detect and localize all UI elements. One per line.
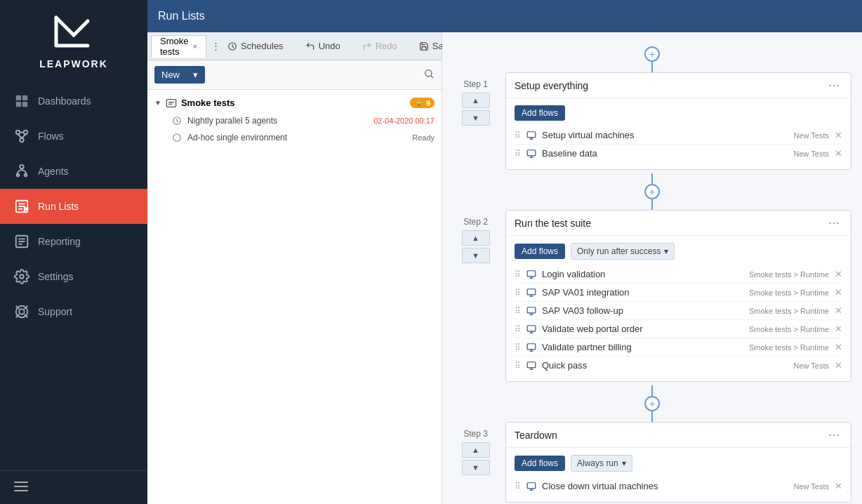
new-btn[interactable]: New ▾ xyxy=(154,66,205,84)
svg-line-9 xyxy=(22,134,26,138)
flow-remove-validate-billing[interactable]: ✕ xyxy=(835,342,842,352)
step-3-condition[interactable]: Always run ▾ xyxy=(571,455,632,472)
flow-tag-sap-va03: Smoke tests > Runtime xyxy=(749,307,829,315)
tree-area: ▼ Smoke tests 🔒 9 Nightly parallel 5 xyxy=(147,90,442,504)
svg-rect-2 xyxy=(16,102,21,107)
flow-name-sap-va01: SAP VA01 integration xyxy=(542,287,743,298)
tab-more-btn[interactable]: ⋮ xyxy=(211,41,220,51)
flow-remove-quick-pass[interactable]: ✕ xyxy=(835,360,842,371)
step-2-add-flows-btn[interactable]: Add flows xyxy=(515,244,565,259)
sidebar-item-flows[interactable]: Flows xyxy=(0,119,147,154)
drag-handle-validate-billing[interactable]: ⠿ xyxy=(515,343,521,352)
flow-icon-sap-va03 xyxy=(526,306,536,316)
sidebar-item-agents[interactable]: Agents xyxy=(0,154,147,189)
step-3-more[interactable]: ⋯ xyxy=(825,428,842,442)
collapse-arrow: ▼ xyxy=(154,99,161,107)
search-btn[interactable] xyxy=(423,68,435,82)
drag-handle-login[interactable]: ⠿ xyxy=(515,270,521,279)
flow-item-sap-va01: ⠿ SAP VA01 integration Smoke tests > Run… xyxy=(515,284,842,302)
search-icon xyxy=(423,68,435,79)
content-area: Smoke tests × ⋮ Schedules xyxy=(147,32,862,504)
tree-root-smoke-tests[interactable]: ▼ Smoke tests 🔒 9 xyxy=(147,93,442,112)
schedules-icon xyxy=(227,41,237,51)
flow-name-sap-va03: SAP VA03 follow-up xyxy=(542,305,743,316)
schedules-btn[interactable]: Schedules xyxy=(222,38,289,54)
svg-rect-35 xyxy=(166,99,175,107)
svg-line-8 xyxy=(18,134,22,138)
step-2-more[interactable]: ⋯ xyxy=(825,216,842,230)
add-step-1-2[interactable]: + xyxy=(644,184,660,199)
circle-icon xyxy=(172,133,182,142)
step-label-col-2: Step 2 ▲ ▼ xyxy=(453,210,498,263)
step-2-add-flows-row: Add flows Only run after success ▾ xyxy=(515,243,842,260)
step-1-more[interactable]: ⋯ xyxy=(825,79,842,92)
flow-remove-login[interactable]: ✕ xyxy=(835,269,842,279)
svg-rect-55 xyxy=(527,325,536,331)
list-icon xyxy=(166,98,177,108)
tree-child-adhoc[interactable]: Ad-hoc single environment Ready xyxy=(147,129,442,146)
step-3-header: Teardown ⋯ xyxy=(506,423,851,448)
step-2-condition[interactable]: Only run after success ▾ xyxy=(571,243,675,260)
step-1-header: Setup everything ⋯ xyxy=(506,73,851,98)
clock-icon xyxy=(172,116,182,126)
sidebar-item-support[interactable]: Support xyxy=(0,294,147,329)
flow-icon-login xyxy=(526,270,536,279)
step-3-add-flows-row: Add flows Always run ▾ xyxy=(515,455,842,472)
flow-remove-validate-portal[interactable]: ✕ xyxy=(835,324,842,334)
search-area xyxy=(423,68,435,82)
support-icon xyxy=(14,304,29,319)
sidebar-item-reporting[interactable]: Reporting xyxy=(0,224,147,259)
adhoc-status: Ready xyxy=(412,133,435,142)
flow-icon-baseline xyxy=(526,149,536,159)
svg-point-6 xyxy=(20,138,24,142)
drag-handle-baseline[interactable]: ⠿ xyxy=(515,149,521,159)
drag-handle-validate-portal[interactable]: ⠿ xyxy=(515,324,521,334)
nightly-time: 02-04-2020 00:17 xyxy=(373,117,435,125)
sidebar-item-run-lists[interactable]: Run Lists xyxy=(0,189,147,224)
left-panel: Smoke tests × ⋮ Schedules xyxy=(147,32,442,504)
left-toolbar: New ▾ xyxy=(147,60,442,90)
add-step-2-3[interactable]: + xyxy=(644,396,660,411)
flow-remove-baseline[interactable]: ✕ xyxy=(835,148,842,159)
drag-handle-sap-va01[interactable]: ⠿ xyxy=(515,288,521,298)
drag-handle-close-down[interactable]: ⠿ xyxy=(515,482,521,491)
tree-child-nightly[interactable]: Nightly parallel 5 agents 02-04-2020 00:… xyxy=(147,112,442,129)
flow-icon-validate-billing xyxy=(526,343,536,352)
flow-tag-validate-billing: Smoke tests > Runtime xyxy=(749,343,829,352)
flow-remove-sap-va01[interactable]: ✕ xyxy=(835,287,842,298)
flow-name-baseline: Baseline data xyxy=(542,148,788,159)
svg-rect-31 xyxy=(14,490,28,491)
step-3-down[interactable]: ▼ xyxy=(462,460,490,475)
collapse-icon[interactable] xyxy=(14,482,28,491)
redo-btn[interactable]: Redo xyxy=(357,38,403,54)
reporting-icon xyxy=(14,234,29,249)
flow-icon-sap-va01 xyxy=(526,288,536,298)
run-lists-icon xyxy=(14,199,29,214)
drag-handle-setup-vm[interactable]: ⠿ xyxy=(515,131,521,140)
flow-remove-close-down[interactable]: ✕ xyxy=(835,481,842,491)
lock-count: 9 xyxy=(426,99,430,107)
sidebar-item-settings[interactable]: Settings xyxy=(0,259,147,294)
step-row-2: Step 2 ▲ ▼ Run the test suite ⋯ xyxy=(453,210,851,385)
flow-remove-setup-vm[interactable]: ✕ xyxy=(835,130,842,140)
flow-tag-validate-portal: Smoke tests > Runtime xyxy=(749,325,829,333)
undo-btn[interactable]: Undo xyxy=(300,38,346,54)
add-step-top[interactable]: + xyxy=(644,46,660,62)
flow-icon-quick-pass xyxy=(526,361,536,371)
step-1-up[interactable]: ▲ xyxy=(462,93,490,108)
step-2-down[interactable]: ▼ xyxy=(462,248,490,263)
step-3-up[interactable]: ▲ xyxy=(462,442,490,458)
step-1-add-flows-btn[interactable]: Add flows xyxy=(515,105,565,121)
step-1-down[interactable]: ▼ xyxy=(462,110,490,126)
tab-smoke-tests[interactable]: Smoke tests × xyxy=(151,35,206,58)
step-2-up[interactable]: ▲ xyxy=(462,230,490,246)
step-3-add-flows-btn[interactable]: Add flows xyxy=(515,456,565,471)
svg-point-22 xyxy=(20,274,24,279)
svg-rect-61 xyxy=(527,362,536,367)
tab-close-btn[interactable]: × xyxy=(192,42,197,51)
flow-remove-sap-va03[interactable]: ✕ xyxy=(835,305,842,316)
drag-handle-sap-va03[interactable]: ⠿ xyxy=(515,306,521,316)
sidebar-bottom xyxy=(0,470,147,504)
drag-handle-quick-pass[interactable]: ⠿ xyxy=(515,361,521,371)
sidebar-item-dashboards[interactable]: Dashboards xyxy=(0,84,147,119)
